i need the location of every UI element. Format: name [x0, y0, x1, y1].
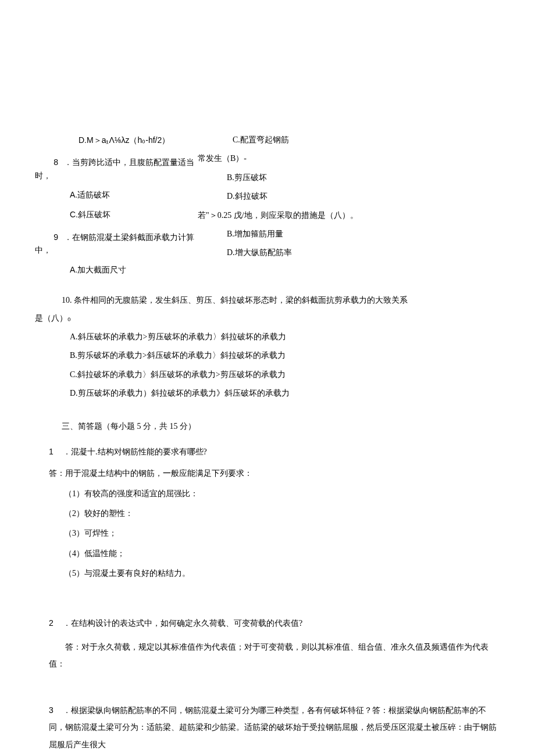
s3-q3-num: 3	[49, 702, 57, 719]
q9-option-a: A.加大截面尺寸	[70, 263, 198, 277]
s3-q1-item4: （4）低温性能；	[64, 547, 500, 560]
right-line1: 常发生（B）-	[198, 152, 500, 165]
q9-number: 9	[35, 231, 58, 243]
questions-top-block: D.M＞a₁Λ⅛λz（h₀-hf/2） 8．当剪跨比适中，且腹筋配置量适当时， …	[35, 134, 500, 282]
question-10: 10. 条件相同的无腹筋梁，发生斜压、剪压、斜拉破坏形态时，梁的斜截面抗剪承载力…	[35, 294, 500, 325]
right-opt-d2: D.增大纵筋配筋率	[227, 246, 500, 259]
q8-text: ．当剪跨比适中，且腹筋配置量适当时，	[35, 158, 194, 180]
s3-q1-item2: （2）较好的塑性：	[64, 507, 500, 520]
q10-option-b: B.剪乐破坏的承载力>斜压破坏的承载力〉斜拉破坏的承载力	[70, 349, 500, 362]
s3-q2-text: ．在结构设计的表达式中，如何确定永久荷载、可变荷载的代表值?	[63, 619, 302, 628]
q10-option-a: A.斜压破坏的承载力>剪压破坏的承载力〉斜拉破坏的承载力	[70, 331, 500, 343]
right-opt-b1: B.剪压破坏	[227, 171, 500, 184]
top-right-column: C.配置弯起钢筋 常发生（B）- B.剪压破坏 D.斜拉破坏 若"＞0.25 戊…	[198, 134, 500, 260]
s3-q2-num: 2	[49, 617, 57, 629]
s3-q2-answer: 答：对于永久荷载，规定以其标准值作为代表值；对于可变荷载，则以其标准值、组合值、…	[49, 639, 500, 673]
section-3-title: 三、简答题（每小题 5 分，共 15 分）	[62, 420, 500, 433]
s3-q1-text: ．混凝十.结构对钢筋性能的要求有哪些?	[63, 447, 207, 456]
right-opt-b2: B.增加箍筋用量	[227, 228, 500, 241]
top-left-column: D.M＞a₁Λ⅛λz（h₀-hf/2） 8．当剪跨比适中，且腹筋配置量适当时， …	[35, 134, 198, 282]
s3-q1-answer: 答：用于混凝土结构中的钢筋，一般应能满足下列要求：	[49, 467, 500, 480]
s3-q2: 2．在结构设计的表达式中，如何确定永久荷载、可变荷载的代表值?	[49, 617, 500, 630]
q9-text: ．在钢筋混凝土梁斜截面承载力计算中，	[35, 233, 194, 255]
right-line2: 若"＞0.25 戊/地，则应采取的措施是（八）。	[198, 209, 500, 222]
q8-number: 8	[35, 156, 58, 169]
s3-q1-item5: （5）与混凝土要有良好的粘结力。	[64, 567, 500, 580]
q10-continuation: 是（八）₀	[35, 312, 500, 325]
question-8: 8．当剪跨比适中，且腹筋配置量适当时，	[35, 156, 198, 182]
s3-q1-item3: （3）可焊性；	[64, 527, 500, 540]
s3-q3: 3．根据梁纵向钢筋配筋率的不同，钢筋混凝土梁可分为哪三种类型，各有何破坏特征？答…	[49, 702, 500, 753]
q8-option-c: C.斜压破坏	[70, 208, 198, 221]
right-opt-c1: C.配置弯起钢筋	[233, 134, 500, 146]
right-opt-d1: D.斜拉破坏	[227, 190, 500, 203]
q8-option-a: A.适筋破坏	[70, 188, 198, 202]
s3-q3-text: ．根据梁纵向钢筋配筋率的不同，钢筋混凝土梁可分为哪三种类型，各有何破坏特征？答：…	[49, 706, 497, 749]
q10-option-d: D.剪压破坏的承载力）斜拉破坏的承载力》斜压破坏的承载力	[70, 387, 500, 400]
s3-q1: 1．混凝十.结构对钢筋性能的要求有哪些?	[49, 445, 500, 458]
q10-text: 10. 条件相同的无腹筋梁，发生斜压、剪压、斜拉破坏形态时，梁的斜截面抗剪承载力…	[62, 294, 500, 307]
s3-q1-item1: （1）有较高的强度和适宜的屈强比：	[64, 488, 500, 500]
question-9: 9．在钢筋混凝土梁斜截面承载力计算中，	[35, 231, 198, 257]
option-d-formula: D.M＞a₁Λ⅛λz（h₀-hf/2）	[79, 134, 198, 146]
q10-option-c: C.斜拉破坏的承载力〉斜压破坏的承载力>剪压破坏的承载力	[70, 368, 500, 381]
s3-q1-num: 1	[49, 445, 57, 458]
